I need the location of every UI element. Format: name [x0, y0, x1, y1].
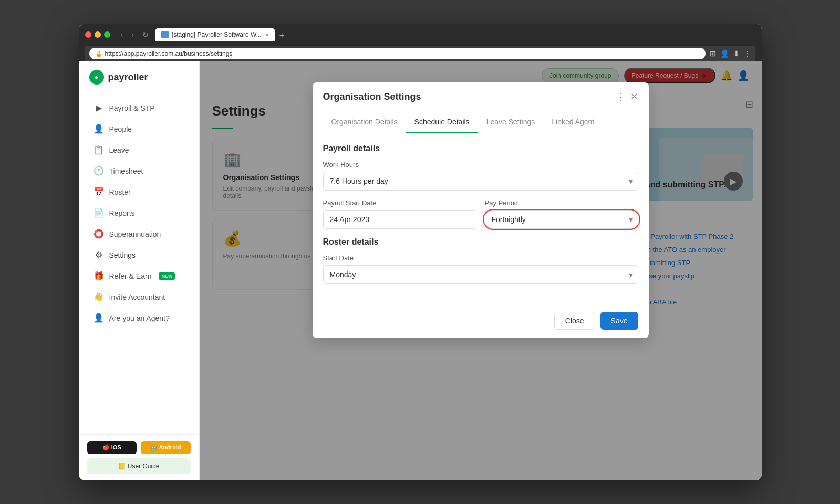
start-date-select[interactable]: Monday Tuesday Sunday [323, 265, 638, 284]
user-guide-button[interactable]: 📒 User Guide [87, 458, 191, 474]
start-date-select-wrapper: Monday Tuesday Sunday [323, 265, 638, 284]
start-date-group: Start Date Monday Tuesday Sunday [323, 254, 638, 284]
roster-icon: 📅 [94, 187, 104, 197]
super-icon: ⭕ [94, 229, 104, 239]
sidebar-item-label: Invite Accountant [109, 293, 165, 301]
back-button[interactable]: ‹ [119, 29, 126, 40]
sidebar-item-refer-earn[interactable]: 🎁 Refer & Earn NEW [83, 266, 195, 286]
work-hours-select[interactable]: 7.6 Hours per day [323, 172, 638, 191]
payroll-start-date-input[interactable] [323, 210, 476, 229]
sidebar-item-leave[interactable]: 📋 Leave [83, 140, 195, 160]
invite-icon: 👋 [94, 292, 104, 302]
browser-nav: ‹ › ↻ [119, 29, 151, 40]
logo-text: payroller [108, 72, 148, 83]
tab-bar: [staging] Payroller Software W... ✕ + [155, 28, 285, 41]
sidebar-item-label: Reports [109, 209, 135, 217]
payroll-date-row: Payroll Start Date Pay Period Fortnightl… [323, 199, 638, 237]
close-button[interactable]: Close [554, 312, 595, 330]
modal-footer: Close Save [313, 303, 649, 338]
toolbar-icons: ⊞ 👤 ⬇ ⋮ [710, 49, 751, 58]
payroll-start-date-group: Payroll Start Date [323, 199, 476, 229]
extensions-icon[interactable]: ⊞ [710, 49, 716, 58]
pay-period-select-wrapper: Fortnightly Weekly Monthly [485, 210, 638, 229]
maximize-window-button[interactable] [104, 32, 110, 38]
payroll-start-date-label: Payroll Start Date [323, 199, 476, 207]
modal-body: Payroll details Work Hours 7.6 Hours per… [313, 133, 649, 303]
work-hours-label: Work Hours [323, 161, 638, 169]
sidebar-item-label: People [109, 125, 132, 133]
timesheet-icon: 🕐 [94, 166, 104, 176]
tab-org-details[interactable]: Organisation Details [323, 111, 406, 133]
download-icon[interactable]: ⬇ [733, 49, 740, 58]
browser-controls: ‹ › ↻ [staging] Payroller Software W... … [85, 28, 755, 41]
sidebar-item-label: Superannuation [109, 230, 161, 238]
modal-close-button[interactable]: ✕ [630, 91, 638, 102]
address-bar[interactable]: 🔒 https://app.payroller.com.au/business/… [89, 48, 706, 59]
forward-button[interactable]: › [129, 29, 136, 40]
sidebar-item-label: Are you an Agent? [109, 314, 170, 322]
reports-icon: 📄 [94, 208, 104, 218]
sidebar-item-timesheet[interactable]: 🕐 Timesheet [83, 161, 195, 181]
save-button[interactable]: Save [600, 312, 638, 330]
sidebar-item-settings[interactable]: ⚙ Settings [83, 245, 195, 265]
sidebar-item-superannuation[interactable]: ⭕ Superannuation [83, 224, 195, 244]
tab-label: [staging] Payroller Software W... [172, 31, 262, 38]
app-buttons: 🍎 iOS 🤖 Android [87, 441, 191, 454]
pay-period-label: Pay Period [485, 199, 638, 207]
organisation-settings-modal: Organisation Settings ⋮ ✕ Organisation D… [313, 82, 649, 338]
sidebar-item-people[interactable]: 👤 People [83, 119, 195, 139]
sidebar-item-roster[interactable]: 📅 Roster [83, 182, 195, 202]
new-tab-button[interactable]: + [279, 30, 285, 41]
modal-title: Organisation Settings [323, 91, 421, 102]
sidebar-logo: ● payroller [79, 61, 199, 93]
sidebar-item-label: Settings [109, 251, 136, 259]
sidebar-nav: ▶ Payroll & STP 👤 People 📋 Leave 🕐 Times… [79, 93, 199, 434]
minimize-window-button[interactable] [95, 32, 101, 38]
agent-icon: 👤 [94, 313, 104, 323]
sidebar-item-payroll-stp[interactable]: ▶ Payroll & STP [83, 98, 195, 118]
payroll-details-title: Payroll details [323, 144, 638, 153]
profile-icon[interactable]: 👤 [720, 49, 729, 58]
app-layout: ● payroller ▶ Payroll & STP 👤 People 📋 L… [79, 61, 762, 480]
people-icon: 👤 [94, 124, 104, 134]
url-text: https://app.payroller.com.au/business/se… [105, 50, 233, 57]
logo-icon: ● [89, 70, 104, 85]
tab-linked-agent[interactable]: Linked Agent [543, 111, 603, 133]
menu-icon[interactable]: ⋮ [744, 49, 751, 58]
sidebar-item-label: Refer & Earn [109, 272, 152, 280]
tab-leave-settings[interactable]: Leave Settings [478, 111, 544, 133]
ios-button[interactable]: 🍎 iOS [87, 441, 137, 454]
close-window-button[interactable] [85, 32, 91, 38]
new-badge: NEW [159, 272, 175, 280]
tab-close-button[interactable]: ✕ [265, 32, 269, 38]
sidebar: ● payroller ▶ Payroll & STP 👤 People 📋 L… [79, 61, 200, 480]
start-date-label: Start Date [323, 254, 638, 262]
sidebar-item-label: Roster [109, 188, 131, 196]
roster-details-title: Roster details [323, 237, 638, 247]
address-bar-row: 🔒 https://app.payroller.com.au/business/… [85, 46, 755, 61]
browser-window: ‹ › ↻ [staging] Payroller Software W... … [79, 24, 762, 480]
modal-menu-button[interactable]: ⋮ [616, 91, 625, 102]
modal-tabs: Organisation Details Schedule Details Le… [313, 111, 649, 133]
tab-schedule-details[interactable]: Schedule Details [406, 111, 478, 133]
settings-icon: ⚙ [94, 250, 104, 260]
sidebar-item-invite-accountant[interactable]: 👋 Invite Accountant [83, 287, 195, 307]
tab-favicon [161, 31, 169, 38]
sidebar-item-reports[interactable]: 📄 Reports [83, 203, 195, 223]
modal-overlay: Organisation Settings ⋮ ✕ Organisation D… [200, 61, 762, 480]
pay-period-select[interactable]: Fortnightly Weekly Monthly [485, 210, 638, 229]
refer-icon: 🎁 [94, 271, 104, 281]
traffic-lights [85, 32, 110, 38]
leave-icon: 📋 [94, 145, 104, 155]
sidebar-item-agent[interactable]: 👤 Are you an Agent? [83, 308, 195, 328]
modal-header: Organisation Settings ⋮ ✕ [313, 82, 649, 111]
sidebar-item-label: Timesheet [109, 167, 143, 175]
sidebar-item-label: Payroll & STP [109, 104, 155, 112]
refresh-button[interactable]: ↻ [140, 29, 151, 40]
pay-period-group: Pay Period Fortnightly Weekly Monthly [485, 199, 638, 229]
android-button[interactable]: 🤖 Android [141, 441, 191, 454]
work-hours-group: Work Hours 7.6 Hours per day [323, 161, 638, 191]
browser-tab[interactable]: [staging] Payroller Software W... ✕ [155, 28, 275, 41]
browser-chrome: ‹ › ↻ [staging] Payroller Software W... … [79, 24, 762, 61]
lock-icon: 🔒 [96, 51, 102, 57]
